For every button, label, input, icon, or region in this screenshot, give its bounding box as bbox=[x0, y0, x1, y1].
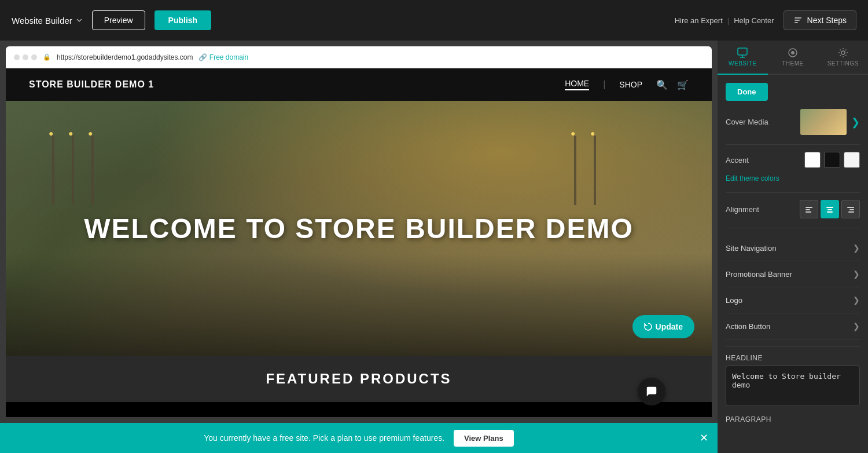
align-left-button[interactable] bbox=[800, 200, 818, 218]
nav-item-promotional-banner-arrow: ❯ bbox=[853, 269, 860, 279]
nav-item-logo-arrow: ❯ bbox=[853, 295, 860, 305]
tab-settings[interactable]: SETTINGS bbox=[818, 41, 868, 74]
brand-logo[interactable]: Website Builder bbox=[12, 16, 83, 25]
accent-label: Accent bbox=[726, 156, 749, 165]
svg-rect-11 bbox=[827, 209, 832, 210]
accent-row: Accent bbox=[726, 152, 860, 168]
svg-point-6 bbox=[841, 51, 845, 54]
svg-point-5 bbox=[791, 51, 795, 54]
swatch-black[interactable] bbox=[824, 152, 840, 168]
website-preview: STORE BUILDER DEMO 1 HOME | SHOP 🔍 🛒 bbox=[6, 68, 712, 417]
browser-dot-green bbox=[31, 54, 37, 60]
nav-link-home[interactable]: HOME bbox=[565, 79, 589, 90]
svg-rect-2 bbox=[795, 22, 798, 23]
done-button[interactable]: Done bbox=[726, 83, 768, 101]
cover-media-thumbnail[interactable] bbox=[800, 109, 847, 135]
topbar: Website Builder Preview Publish Hire an … bbox=[0, 0, 868, 41]
color-swatches bbox=[804, 152, 860, 168]
brand-label: Website Builder bbox=[12, 16, 72, 25]
alignment-row: Alignment bbox=[726, 200, 860, 218]
cover-media-label: Cover Media bbox=[726, 118, 768, 126]
cover-media-section: Cover Media ❯ bbox=[726, 109, 860, 135]
hero-title: WELCOME TO STORE BUILDER DEMO bbox=[84, 213, 634, 244]
browser-url[interactable]: https://storebuilderdemo1.godaddysites.c… bbox=[57, 53, 193, 61]
publish-button[interactable]: Publish bbox=[155, 10, 212, 30]
svg-rect-0 bbox=[795, 17, 801, 19]
alignment-label: Alignment bbox=[726, 205, 759, 214]
headline-section: Headline Paragraph bbox=[726, 354, 860, 423]
align-right-button[interactable] bbox=[841, 200, 860, 218]
settings-tab-icon bbox=[838, 48, 848, 58]
tab-theme-label: THEME bbox=[782, 60, 804, 67]
chat-icon bbox=[645, 385, 658, 398]
nav-item-action-button-label: Action Button bbox=[726, 322, 770, 331]
view-plans-button[interactable]: View Plans bbox=[454, 430, 514, 447]
tab-website-label: WEBSITE bbox=[729, 60, 757, 67]
help-center-link[interactable]: Help Center bbox=[734, 16, 774, 25]
cover-media-arrow[interactable]: ❯ bbox=[851, 116, 860, 129]
chevron-down-icon bbox=[76, 17, 83, 24]
nav-item-site-navigation-label: Site Navigation bbox=[726, 244, 776, 253]
browser-dot-yellow bbox=[23, 54, 28, 60]
nav-link-shop[interactable]: SHOP bbox=[619, 80, 642, 89]
svg-rect-3 bbox=[738, 48, 747, 55]
svg-rect-7 bbox=[806, 207, 812, 208]
divider-2 bbox=[726, 192, 860, 193]
nav-item-logo[interactable]: Logo ❯ bbox=[726, 287, 860, 313]
nav-item-site-navigation-arrow: ❯ bbox=[853, 243, 860, 253]
headline-textarea[interactable] bbox=[726, 366, 860, 406]
divider-3 bbox=[726, 228, 860, 228]
nav-sections-list: Site Navigation ❯ Promotional Banner ❯ L… bbox=[726, 235, 860, 339]
right-panel: WEBSITE THEME SETTINGS Done bbox=[718, 41, 868, 453]
tab-settings-label: SETTINGS bbox=[827, 60, 859, 67]
free-domain-badge[interactable]: 🔗 Free domain bbox=[198, 53, 248, 61]
banner-close-button[interactable]: ✕ bbox=[700, 433, 708, 443]
nav-icons: 🔍 🛒 bbox=[656, 79, 689, 90]
nav-item-action-button-arrow: ❯ bbox=[853, 322, 860, 331]
featured-title: FEATURED PRODUCTS bbox=[266, 371, 451, 387]
nav-item-action-button[interactable]: Action Button ❯ bbox=[726, 313, 860, 339]
bottom-banner-text: You currently have a free site. Pick a p… bbox=[204, 433, 444, 443]
site-nav-links: HOME | SHOP 🔍 🛒 bbox=[565, 79, 689, 90]
separator: | bbox=[727, 16, 729, 25]
paragraph-label: Paragraph bbox=[726, 415, 860, 423]
tab-website[interactable]: WEBSITE bbox=[718, 41, 768, 75]
next-steps-label: Next Steps bbox=[807, 16, 847, 25]
align-center-button[interactable] bbox=[821, 200, 839, 218]
nav-item-promotional-banner[interactable]: Promotional Banner ❯ bbox=[726, 261, 860, 287]
site-logo: STORE BUILDER DEMO 1 bbox=[29, 79, 154, 90]
cart-icon[interactable]: 🛒 bbox=[677, 79, 689, 90]
divider-1 bbox=[726, 144, 860, 145]
align-center-icon bbox=[826, 205, 834, 213]
site-nav: STORE BUILDER DEMO 1 HOME | SHOP 🔍 🛒 bbox=[6, 68, 712, 101]
svg-rect-13 bbox=[847, 207, 854, 208]
swatch-white[interactable] bbox=[804, 152, 821, 168]
nav-item-promotional-banner-label: Promotional Banner bbox=[726, 270, 792, 279]
topbar-links: Hire an Expert | Help Center bbox=[675, 16, 774, 25]
nav-item-logo-label: Logo bbox=[726, 296, 742, 305]
cover-media-row: Cover Media ❯ bbox=[726, 109, 860, 135]
svg-rect-15 bbox=[848, 211, 854, 213]
svg-rect-10 bbox=[826, 207, 833, 208]
preview-button[interactable]: Preview bbox=[92, 10, 145, 30]
next-steps-button[interactable]: Next Steps bbox=[784, 10, 856, 30]
swatch-light[interactable] bbox=[844, 152, 860, 168]
canvas-area: 🔒 https://storebuilderdemo1.godaddysites… bbox=[0, 41, 718, 453]
browser-dots bbox=[14, 54, 37, 60]
tab-theme[interactable]: THEME bbox=[768, 41, 818, 74]
theme-tab-icon bbox=[788, 48, 798, 58]
align-right-icon bbox=[847, 205, 855, 213]
align-buttons bbox=[800, 200, 860, 218]
hire-expert-link[interactable]: Hire an Expert bbox=[675, 16, 723, 25]
search-icon[interactable]: 🔍 bbox=[656, 79, 668, 90]
hero-section: WELCOME TO STORE BUILDER DEMO Update bbox=[6, 101, 712, 356]
alignment-section: Alignment bbox=[726, 200, 860, 218]
update-button[interactable]: Update bbox=[632, 315, 694, 338]
panel-tabs: WEBSITE THEME SETTINGS bbox=[718, 41, 868, 75]
chat-bubble-button[interactable] bbox=[638, 378, 665, 405]
accent-section: Accent Edit theme colors bbox=[726, 152, 860, 183]
nav-item-site-navigation[interactable]: Site Navigation ❯ bbox=[726, 235, 860, 261]
edit-theme-link[interactable]: Edit theme colors bbox=[726, 174, 779, 182]
website-tab-icon bbox=[737, 48, 748, 58]
bottom-banner: You currently have a free site. Pick a p… bbox=[0, 423, 718, 453]
